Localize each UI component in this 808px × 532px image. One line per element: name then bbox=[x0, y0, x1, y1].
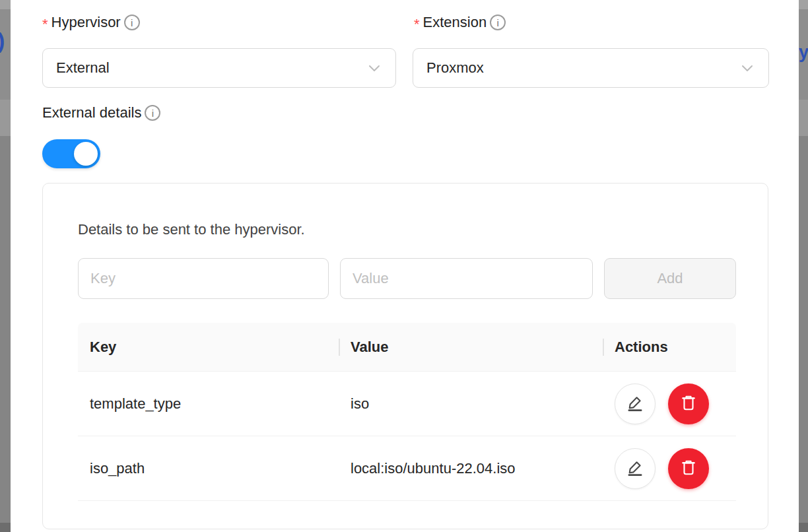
modal-dialog: ) ys * Hypervisor i External * Extension… bbox=[0, 0, 808, 532]
required-asterisk: * bbox=[42, 16, 48, 33]
panel-description: Details to be sent to the hypervisor. bbox=[78, 221, 305, 238]
backdrop-band bbox=[799, 100, 808, 136]
hypervisor-label: * Hypervisor i bbox=[42, 12, 140, 33]
extension-select[interactable]: Proxmox bbox=[413, 48, 769, 88]
external-details-toggle[interactable] bbox=[42, 139, 100, 168]
edit-pencil-icon bbox=[626, 458, 644, 479]
background-text-fragment: ys bbox=[799, 42, 808, 63]
backdrop-band bbox=[799, 523, 808, 532]
dimmed-backdrop-left: ) bbox=[0, 0, 11, 532]
background-text-fragment: ) bbox=[0, 28, 5, 53]
edit-pencil-icon bbox=[626, 393, 644, 414]
backdrop-band bbox=[799, 136, 808, 523]
table-header-value: Value bbox=[339, 339, 603, 356]
extension-label: * Extension i bbox=[414, 12, 506, 33]
key-input[interactable] bbox=[78, 258, 329, 299]
delete-button[interactable] bbox=[668, 383, 709, 424]
info-icon[interactable]: i bbox=[124, 15, 140, 30]
edit-button[interactable] bbox=[615, 448, 656, 489]
value-input[interactable] bbox=[340, 258, 593, 299]
hypervisor-select-value: External bbox=[56, 59, 366, 77]
external-details-label-text: External details bbox=[42, 104, 141, 121]
delete-button[interactable] bbox=[668, 448, 709, 489]
dimmed-backdrop-right: ys bbox=[799, 0, 808, 532]
row-key-cell: iso_path bbox=[78, 460, 339, 477]
table-header-actions: Actions bbox=[603, 339, 736, 356]
table-row: iso_path local:iso/ubuntu-22.04.iso bbox=[78, 436, 736, 501]
add-button[interactable]: Add bbox=[604, 258, 736, 299]
extension-label-text: Extension bbox=[423, 14, 487, 31]
trash-icon bbox=[679, 457, 698, 479]
external-details-label: External details i bbox=[42, 102, 160, 123]
hypervisor-select[interactable]: External bbox=[42, 48, 396, 88]
hypervisor-label-text: Hypervisor bbox=[51, 14, 121, 31]
row-key-cell: template_type bbox=[78, 395, 339, 413]
trash-icon bbox=[679, 393, 698, 415]
external-details-panel: Details to be sent to the hypervisor. Ad… bbox=[42, 183, 768, 529]
backdrop-band bbox=[0, 136, 11, 523]
edit-button[interactable] bbox=[615, 383, 656, 424]
table-header-key: Key bbox=[78, 339, 339, 356]
backdrop-band bbox=[0, 523, 11, 532]
row-value-cell: iso bbox=[339, 395, 603, 413]
chevron-down-icon bbox=[366, 60, 382, 76]
backdrop-band bbox=[799, 0, 808, 9]
chevron-down-icon bbox=[739, 60, 755, 76]
row-value-cell: local:iso/ubuntu-22.04.iso bbox=[339, 460, 603, 477]
table-row: template_type iso bbox=[78, 372, 736, 436]
backdrop-band bbox=[0, 100, 11, 136]
info-icon[interactable]: i bbox=[490, 15, 506, 30]
key-value-table: Key Value Actions template_type iso bbox=[78, 323, 736, 501]
info-icon[interactable]: i bbox=[145, 105, 160, 121]
backdrop-band bbox=[0, 9, 11, 100]
backdrop-band bbox=[0, 0, 11, 9]
required-asterisk: * bbox=[414, 16, 420, 33]
row-actions-cell bbox=[603, 383, 736, 424]
table-header-row: Key Value Actions bbox=[78, 323, 736, 372]
row-actions-cell bbox=[603, 448, 736, 489]
toggle-knob bbox=[74, 142, 98, 166]
extension-select-value: Proxmox bbox=[426, 59, 739, 77]
